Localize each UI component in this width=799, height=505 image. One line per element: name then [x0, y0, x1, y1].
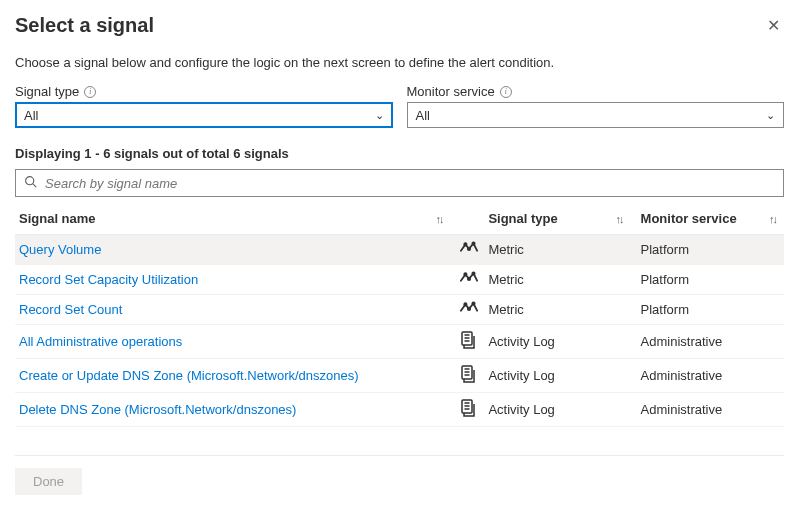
monitor-service-value: Platform	[641, 302, 689, 317]
svg-point-9	[468, 308, 470, 310]
signal-name-link[interactable]: Record Set Capacity Utilization	[19, 272, 198, 287]
signal-type-value: Activity Log	[488, 334, 554, 349]
signal-type-value: Metric	[488, 272, 523, 287]
signal-name-link[interactable]: Query Volume	[19, 242, 101, 257]
sort-icon: ↑↓	[616, 213, 623, 225]
close-icon[interactable]: ✕	[763, 14, 784, 37]
table-row[interactable]: Delete DNS Zone (Microsoft.Network/dnszo…	[15, 393, 784, 427]
table-row[interactable]: Record Set CountMetricPlatform	[15, 295, 784, 325]
result-count: Displaying 1 - 6 signals out of total 6 …	[15, 146, 784, 161]
signals-table: Signal name ↑↓ Signal type ↑↓ Monitor se…	[15, 205, 784, 427]
search-input[interactable]	[43, 175, 775, 192]
col-signal-name[interactable]: Signal name ↑↓	[19, 211, 460, 226]
monitor-service-value: Platform	[641, 242, 689, 257]
signal-type-value: Activity Log	[488, 368, 554, 383]
svg-point-8	[465, 303, 467, 305]
metric-icon	[460, 301, 478, 315]
metric-icon	[460, 271, 478, 285]
table-header: Signal name ↑↓ Signal type ↑↓ Monitor se…	[15, 205, 784, 235]
signal-name-link[interactable]: Create or Update DNS Zone (Microsoft.Net…	[19, 368, 359, 383]
search-icon	[24, 175, 37, 191]
sort-icon: ↑↓	[435, 213, 442, 225]
search-box[interactable]	[15, 169, 784, 197]
table-row[interactable]: Create or Update DNS Zone (Microsoft.Net…	[15, 359, 784, 393]
done-button[interactable]: Done	[15, 468, 82, 495]
info-icon[interactable]: i	[500, 86, 512, 98]
svg-point-4	[473, 242, 475, 244]
table-row[interactable]: All Administrative operationsActivity Lo…	[15, 325, 784, 359]
monitor-service-value: Administrative	[641, 402, 723, 417]
col-monitor-service[interactable]: Monitor service ↑↓	[641, 211, 780, 226]
activity-log-icon	[460, 405, 476, 420]
signal-name-link[interactable]: Delete DNS Zone (Microsoft.Network/dnszo…	[19, 402, 296, 417]
svg-point-6	[468, 278, 470, 280]
svg-line-1	[33, 184, 36, 187]
chevron-down-icon: ⌄	[375, 109, 384, 122]
info-icon[interactable]: i	[84, 86, 96, 98]
svg-point-3	[468, 248, 470, 250]
page-subtitle: Choose a signal below and configure the …	[15, 55, 784, 70]
svg-point-7	[473, 272, 475, 274]
signal-type-label: Signal type i	[15, 84, 393, 99]
activity-log-icon	[460, 371, 476, 386]
page-title: Select a signal	[15, 14, 154, 37]
activity-log-icon	[460, 337, 476, 352]
metric-icon	[460, 241, 478, 255]
signal-name-link[interactable]: All Administrative operations	[19, 334, 182, 349]
signal-name-link[interactable]: Record Set Count	[19, 302, 122, 317]
svg-point-2	[465, 243, 467, 245]
signal-type-value: Metric	[488, 302, 523, 317]
monitor-service-select[interactable]: All ⌄	[407, 102, 785, 128]
table-row[interactable]: Record Set Capacity UtilizationMetricPla…	[15, 265, 784, 295]
sort-icon: ↑↓	[769, 213, 776, 225]
signal-type-value: Activity Log	[488, 402, 554, 417]
signal-type-select[interactable]: All ⌄	[15, 102, 393, 128]
signal-type-value: Metric	[488, 242, 523, 257]
monitor-service-label: Monitor service i	[407, 84, 785, 99]
chevron-down-icon: ⌄	[766, 109, 775, 122]
svg-point-10	[473, 302, 475, 304]
svg-point-0	[26, 177, 34, 185]
monitor-service-value: Platform	[641, 272, 689, 287]
monitor-service-value: Administrative	[641, 368, 723, 383]
table-row[interactable]: Query VolumeMetricPlatform	[15, 235, 784, 265]
svg-point-5	[465, 273, 467, 275]
col-signal-type[interactable]: Signal type ↑↓	[488, 211, 640, 226]
monitor-service-value: Administrative	[641, 334, 723, 349]
